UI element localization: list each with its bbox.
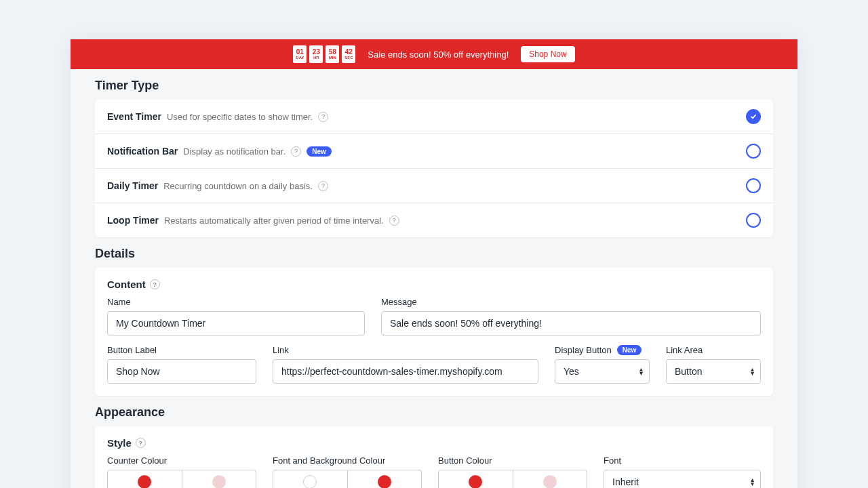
appearance-heading: Appearance: [95, 405, 773, 420]
colour-swatch[interactable]: [273, 470, 348, 488]
option-name: Event Timer: [107, 111, 161, 122]
radio-selected[interactable]: [746, 109, 761, 124]
option-desc: Used for specific dates to show timer.: [167, 112, 313, 122]
timer-type-heading: Timer Type: [95, 79, 773, 93]
message-input[interactable]: [381, 311, 761, 336]
timer-type-option-event[interactable]: Event Timer Used for specific dates to s…: [95, 100, 773, 134]
counter-colour-swatches: [107, 470, 256, 488]
countdown-box-sec: 42SEC: [342, 45, 355, 63]
button-label-label: Button Label: [107, 345, 256, 355]
preview-banner: 01DAY 23HR 58MIN 42SEC Sale ends soon! 5…: [71, 39, 797, 69]
display-button-label: Display Button: [555, 345, 612, 355]
radio-unselected[interactable]: [746, 178, 761, 193]
shop-now-button[interactable]: Shop Now: [521, 46, 574, 62]
timer-type-option-notification[interactable]: Notification Bar Display as notification…: [95, 134, 773, 169]
option-name: Daily Timer: [107, 180, 158, 191]
help-icon[interactable]: ?: [291, 146, 301, 157]
countdown-box-min: 58MIN: [326, 45, 339, 63]
link-area-label: Link Area: [666, 345, 761, 355]
option-desc: Restarts automatically after given perio…: [164, 216, 384, 226]
colour-swatch[interactable]: [348, 470, 422, 488]
countdown-box-hr: 23HR: [309, 45, 323, 63]
fontbg-colour-swatches: [273, 470, 422, 488]
timer-type-card: Event Timer Used for specific dates to s…: [95, 100, 773, 237]
button-label-input[interactable]: [107, 359, 256, 384]
help-icon[interactable]: ?: [150, 279, 160, 289]
button-colour-swatches: [438, 470, 587, 488]
countdown-box-day: 01DAY: [293, 45, 307, 63]
fontbg-colour-label: Font and Background Colour: [273, 455, 422, 466]
option-desc: Display as notification bar.: [183, 146, 285, 157]
details-heading: Details: [95, 247, 773, 261]
help-icon[interactable]: ?: [389, 216, 399, 226]
appearance-card: Style ? Counter Colour Font and Backgrou…: [95, 426, 773, 488]
details-card: Content ? Name Message Button Label: [95, 268, 773, 396]
help-icon[interactable]: ?: [318, 181, 328, 191]
link-input[interactable]: [273, 359, 538, 384]
banner-message: Sale ends soon! 50% off everything!: [368, 49, 509, 60]
button-colour-label: Button Colour: [438, 455, 587, 466]
new-badge: New: [307, 146, 332, 157]
colour-swatch[interactable]: [438, 470, 513, 488]
option-desc: Recurring countdown on a daily basis.: [163, 181, 313, 191]
option-name: Loop Timer: [107, 215, 159, 226]
counter-colour-label: Counter Colour: [107, 455, 256, 466]
colour-swatch[interactable]: [107, 470, 182, 488]
style-subheading: Style ?: [107, 437, 761, 449]
radio-unselected[interactable]: [746, 144, 761, 159]
help-icon[interactable]: ?: [318, 112, 328, 122]
option-name: Notification Bar: [107, 146, 178, 157]
font-label: Font: [604, 455, 761, 466]
font-select[interactable]: Inherit: [604, 470, 761, 488]
link-label: Link: [273, 345, 538, 355]
name-input[interactable]: [107, 311, 365, 336]
name-label: Name: [107, 297, 365, 307]
timer-type-option-loop[interactable]: Loop Timer Restarts automatically after …: [95, 203, 773, 237]
display-button-select[interactable]: Yes: [555, 359, 650, 384]
colour-swatch[interactable]: [182, 470, 257, 488]
link-area-select[interactable]: Button: [666, 359, 761, 384]
content-subheading: Content ?: [107, 279, 761, 290]
new-badge: New: [617, 345, 642, 355]
timer-type-option-daily[interactable]: Daily Timer Recurring countdown on a dai…: [95, 169, 773, 203]
radio-unselected[interactable]: [746, 213, 761, 228]
help-icon[interactable]: ?: [136, 438, 146, 448]
message-label: Message: [381, 297, 761, 307]
colour-swatch[interactable]: [513, 470, 588, 488]
countdown-boxes: 01DAY 23HR 58MIN 42SEC: [293, 45, 355, 63]
